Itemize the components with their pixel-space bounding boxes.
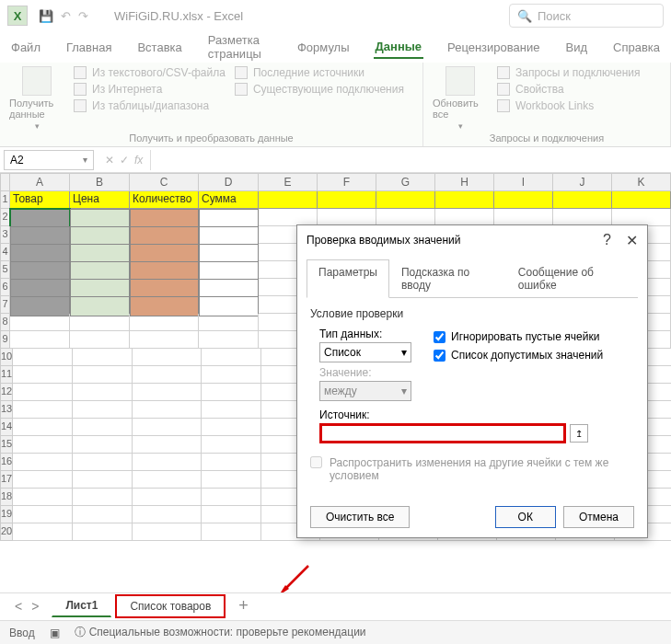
cell[interactable] xyxy=(73,506,133,523)
cell[interactable] xyxy=(73,523,133,541)
row-header[interactable]: 16 xyxy=(0,454,13,471)
accessibility-status[interactable]: ⓘСпециальные возможности: проверьте реко… xyxy=(75,625,366,640)
from-csv-button[interactable]: Из текстового/CSV-файла xyxy=(74,66,226,79)
row-header[interactable]: 11 xyxy=(0,366,13,384)
row-header[interactable]: 1 xyxy=(0,191,10,209)
tab-home[interactable]: Главная xyxy=(64,37,113,58)
tab-insert[interactable]: Вставка xyxy=(135,37,183,58)
cell[interactable] xyxy=(13,401,73,419)
sheet-tab-2[interactable]: Список товаров xyxy=(115,594,226,618)
cell[interactable] xyxy=(130,314,199,331)
macro-record-icon[interactable]: ▣ xyxy=(50,627,60,639)
cell[interactable]: Сумма xyxy=(199,191,259,209)
row-header[interactable]: 5 xyxy=(0,261,10,279)
row-header[interactable]: 13 xyxy=(0,401,13,419)
cell[interactable] xyxy=(202,506,261,523)
ok-button[interactable]: ОК xyxy=(495,506,556,528)
prev-sheet-icon[interactable]: < xyxy=(15,599,22,614)
cell[interactable] xyxy=(202,384,261,401)
col-header[interactable]: J xyxy=(553,173,612,191)
sheet-tab-1[interactable]: Лист1 xyxy=(52,594,111,617)
cell[interactable] xyxy=(70,331,130,349)
ignore-blank-checkbox[interactable]: Игнорировать пустые ячейки xyxy=(434,330,603,343)
type-select[interactable]: Список▾ xyxy=(319,342,411,362)
cell[interactable] xyxy=(202,401,261,419)
cell[interactable] xyxy=(133,471,202,489)
cell[interactable] xyxy=(202,436,261,454)
cell[interactable] xyxy=(10,331,70,349)
cell[interactable] xyxy=(259,191,318,209)
row-header[interactable]: 18 xyxy=(0,489,13,506)
cell[interactable] xyxy=(376,191,435,209)
cell[interactable] xyxy=(133,489,202,506)
redo-icon[interactable]: ↷ xyxy=(78,9,88,23)
fx-icon[interactable]: fx xyxy=(134,154,143,167)
select-all-corner[interactable] xyxy=(0,173,10,191)
col-header[interactable]: F xyxy=(318,173,376,191)
col-header[interactable]: E xyxy=(259,173,318,191)
col-header[interactable]: A xyxy=(10,173,70,191)
row-header[interactable]: 8 xyxy=(0,314,10,331)
row-header[interactable]: 15 xyxy=(0,436,13,454)
col-header[interactable]: C xyxy=(130,173,199,191)
row-header[interactable]: 7 xyxy=(0,296,10,314)
cell[interactable] xyxy=(318,191,376,209)
cell[interactable] xyxy=(202,366,261,384)
row-header[interactable]: 9 xyxy=(0,331,10,349)
source-input[interactable] xyxy=(319,423,566,443)
existing-connections-button[interactable]: Существующие подключения xyxy=(235,83,404,96)
row-header[interactable]: 3 xyxy=(0,226,10,244)
row-header[interactable]: 2 xyxy=(0,209,10,226)
col-header[interactable]: H xyxy=(435,173,494,191)
cell[interactable] xyxy=(73,349,133,366)
col-header[interactable]: B xyxy=(70,173,130,191)
row-header[interactable]: 12 xyxy=(0,384,13,401)
cell[interactable]: Количество xyxy=(130,191,199,209)
cell[interactable] xyxy=(133,454,202,471)
search-box[interactable]: 🔍 Поиск xyxy=(509,4,664,28)
cell[interactable] xyxy=(133,523,202,541)
cell[interactable] xyxy=(133,506,202,523)
cell[interactable]: Цена xyxy=(70,191,130,209)
cell[interactable] xyxy=(73,366,133,384)
cell[interactable] xyxy=(70,314,130,331)
row-header[interactable]: 19 xyxy=(0,506,13,523)
cell[interactable] xyxy=(13,489,73,506)
enter-icon[interactable]: ✓ xyxy=(120,154,129,167)
cell[interactable] xyxy=(73,384,133,401)
tab-file[interactable]: Файл xyxy=(9,37,42,58)
cell[interactable] xyxy=(494,191,553,209)
cell[interactable] xyxy=(202,419,261,436)
workbook-links-button[interactable]: Workbook Links xyxy=(497,99,641,112)
tab-help[interactable]: Справка xyxy=(611,37,662,58)
cell[interactable] xyxy=(13,523,73,541)
cell[interactable] xyxy=(73,471,133,489)
refresh-all-button[interactable]: Обновить все ▾ xyxy=(433,66,488,131)
cell[interactable] xyxy=(73,436,133,454)
cell[interactable] xyxy=(133,384,202,401)
tab-data[interactable]: Данные xyxy=(374,36,424,59)
cell[interactable] xyxy=(612,191,671,209)
tab-review[interactable]: Рецензирование xyxy=(445,37,541,58)
cell[interactable] xyxy=(73,454,133,471)
cell[interactable] xyxy=(202,471,261,489)
cell[interactable] xyxy=(199,331,259,349)
row-header[interactable]: 10 xyxy=(0,349,13,366)
cell[interactable] xyxy=(553,191,612,209)
col-header[interactable]: K xyxy=(612,173,671,191)
row-header[interactable]: 20 xyxy=(0,523,13,541)
cell[interactable] xyxy=(133,349,202,366)
dialog-tab-input-msg[interactable]: Подсказка по вводу xyxy=(389,259,506,298)
range-selector-icon[interactable]: ↥ xyxy=(570,424,588,443)
add-sheet-icon[interactable]: + xyxy=(229,596,258,615)
cell[interactable] xyxy=(73,489,133,506)
get-data-button[interactable]: Получить данные ▾ xyxy=(9,66,64,131)
save-icon[interactable]: 💾 xyxy=(39,9,53,23)
row-header[interactable]: 4 xyxy=(0,244,10,261)
cell[interactable] xyxy=(435,191,494,209)
in-cell-dropdown-checkbox[interactable]: Список допустимых значений xyxy=(434,349,603,362)
formula-input[interactable] xyxy=(150,150,671,170)
dialog-tab-params[interactable]: Параметры xyxy=(307,259,389,298)
properties-button[interactable]: Свойства xyxy=(497,83,641,96)
cell[interactable] xyxy=(13,349,73,366)
